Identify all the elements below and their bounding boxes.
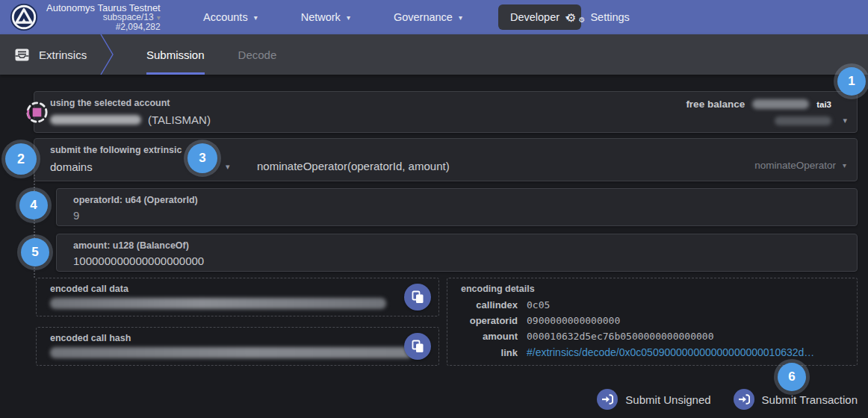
extrinsics-icon bbox=[15, 49, 29, 61]
chevron-down-icon[interactable]: ▾ bbox=[843, 116, 847, 125]
account-name-redacted bbox=[50, 115, 141, 125]
chevron-down-icon: ▾ bbox=[254, 13, 258, 22]
encoding-details-title: encoding details bbox=[461, 284, 535, 294]
callindex-value: 0c05 bbox=[527, 299, 550, 311]
balance-secondary-redacted bbox=[775, 116, 831, 125]
free-balance-value-redacted bbox=[752, 99, 809, 109]
param-operatorid-row: operatorId: u64 (OperatorId) 9 bbox=[56, 188, 858, 226]
operatorid-value: 0900000000000000 bbox=[527, 315, 620, 326]
encoding-row-amount: amount 000010632d5ec76b0500000000000000 bbox=[461, 331, 713, 342]
gear-icon: ⚙ bbox=[578, 16, 585, 24]
encoding-row-link: link #/extrinsics/decode/0x0c05090000000… bbox=[461, 346, 814, 358]
decode-link[interactable]: #/extrinsics/decode/0x0c0509000000000000… bbox=[527, 346, 814, 358]
tabs: Submission Decode bbox=[146, 34, 276, 75]
free-balance: free balance tai3 bbox=[686, 99, 831, 110]
block-number-link[interactable]: #2,094,282 bbox=[116, 22, 161, 32]
submit-transaction-label: Submit Transaction bbox=[762, 393, 858, 406]
param-amount-row: amount: u128 (BalanceOf) 100000000000000… bbox=[56, 234, 858, 272]
param-operatorid-label: operatorId: u64 (OperatorId) bbox=[73, 195, 198, 205]
tab-decode[interactable]: Decode bbox=[238, 34, 277, 75]
extrinsics-page: Autonomys Taurus Testnet subspace/13▾ #2… bbox=[0, 0, 868, 418]
nav-accounts[interactable]: Accounts▾ bbox=[196, 4, 265, 30]
param-amount-input[interactable]: 100000000000000000000 bbox=[73, 255, 204, 267]
encoded-call-hash-label: encoded call hash bbox=[50, 333, 131, 343]
section-title: Extrinsics bbox=[39, 49, 87, 61]
chevron-down-icon[interactable]: ▾ bbox=[226, 162, 230, 172]
account-select-row[interactable]: using the selected account (TALISMAN) fr… bbox=[34, 91, 858, 133]
annotation-badge-5: 5 bbox=[21, 238, 49, 266]
operatorid-label: operatorid bbox=[461, 315, 518, 326]
copy-call-data-button[interactable] bbox=[404, 284, 431, 311]
encoded-call-data-redacted bbox=[50, 298, 386, 309]
pallet-select[interactable]: domains bbox=[50, 160, 93, 173]
annotation-badge-4: 4 bbox=[19, 191, 48, 219]
amount-label: amount bbox=[461, 331, 518, 342]
submit-unsigned-button[interactable]: Submit Unsigned bbox=[597, 389, 710, 410]
tab-submission[interactable]: Submission bbox=[146, 34, 205, 75]
copy-icon bbox=[412, 290, 424, 304]
balance-secondary bbox=[775, 116, 831, 125]
gear-icon: ⚙ bbox=[566, 12, 576, 23]
extrinsic-select-label: submit the following extrinsic bbox=[50, 145, 182, 155]
callindex-label: callindex bbox=[461, 299, 518, 311]
encoded-call-data-box: encoded call data bbox=[36, 278, 439, 316]
account-name-suffix: (TALISMAN) bbox=[148, 113, 211, 126]
top-nav-bar: Autonomys Taurus Testnet subspace/13▾ #2… bbox=[0, 0, 868, 34]
section-header: Extrinsics bbox=[15, 34, 87, 75]
account-select-label: using the selected account bbox=[50, 98, 170, 108]
encoded-call-hash-box: encoded call hash bbox=[36, 327, 439, 366]
actions-row: Submit Unsigned Submit Transaction bbox=[597, 389, 858, 410]
chevron-down-icon: ▾ bbox=[157, 13, 161, 22]
encoded-call-data-label: encoded call data bbox=[50, 284, 128, 294]
copy-icon bbox=[412, 340, 424, 353]
annotation-badge-6: 6 bbox=[778, 363, 806, 391]
call-select[interactable]: nominateOperator▾ bbox=[754, 160, 846, 171]
chevron-down-icon: ▾ bbox=[347, 13, 350, 22]
amount-value: 000010632d5ec76b0500000000000000 bbox=[527, 331, 713, 342]
nav-governance[interactable]: Governance▾ bbox=[386, 4, 470, 30]
free-balance-label: free balance bbox=[686, 99, 745, 110]
param-operatorid-input[interactable]: 9 bbox=[73, 209, 79, 222]
copy-call-hash-button[interactable] bbox=[404, 333, 431, 360]
param-amount-label: amount: u128 (BalanceOf) bbox=[73, 240, 189, 251]
submit-unsigned-label: Submit Unsigned bbox=[625, 393, 710, 406]
autonomys-logo-icon[interactable] bbox=[10, 3, 38, 31]
submit-transaction-button[interactable]: Submit Transaction bbox=[734, 389, 858, 410]
annotation-badge-3: 3 bbox=[187, 143, 217, 173]
sign-in-arrow-icon bbox=[734, 389, 754, 410]
encoding-row-callindex: callindex 0c05 bbox=[461, 299, 550, 311]
main-nav: Accounts▾ Network▾ Governance▾ Developer… bbox=[196, 0, 581, 34]
talisman-avatar bbox=[25, 101, 49, 124]
link-label: link bbox=[461, 347, 518, 358]
chevron-down-icon: ▾ bbox=[459, 13, 462, 22]
call-signature: nominateOperator(operatorId, amount) bbox=[257, 160, 450, 172]
sign-in-arrow-icon bbox=[597, 389, 618, 410]
balance-unit: tai3 bbox=[816, 100, 831, 109]
selected-account[interactable]: (TALISMAN) bbox=[50, 113, 211, 126]
nav-settings[interactable]: ⚙⚙ Settings bbox=[566, 0, 630, 34]
breadcrumb-separator bbox=[99, 34, 116, 75]
encoded-call-hash-redacted bbox=[50, 347, 413, 358]
encoding-row-operatorid: operatorid 0900000000000000 bbox=[461, 315, 620, 326]
chevron-down-icon: ▾ bbox=[843, 161, 846, 169]
nav-network[interactable]: Network▾ bbox=[294, 4, 358, 30]
extrinsic-select-row: submit the following extrinsic domains ▾… bbox=[34, 138, 858, 181]
section-tab-bar: Extrinsics Submission Decode bbox=[0, 34, 868, 75]
annotation-badge-2: 2 bbox=[5, 143, 37, 175]
annotation-badge-1: 1 bbox=[837, 67, 866, 96]
network-info: Autonomys Taurus Testnet subspace/13▾ #2… bbox=[46, 3, 161, 32]
encoding-details-box: encoding details callindex 0c05 operator… bbox=[447, 278, 858, 366]
